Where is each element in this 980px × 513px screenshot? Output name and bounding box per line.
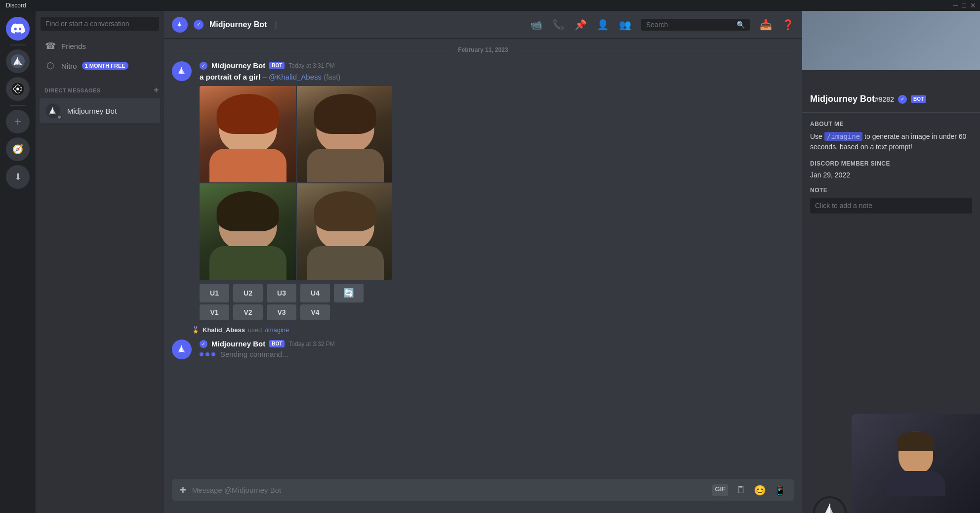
v2-button[interactable]: V2 [233, 304, 263, 320]
message-author-2: Midjourney Bot [211, 340, 265, 348]
sticker-icon[interactable]: 🗒 [736, 484, 746, 496]
sidebar-friends-item[interactable]: ☎ Friends [40, 37, 160, 55]
window-bar: Discord ─ □ ✕ [0, 0, 980, 11]
dm-midjourney-avatar [44, 102, 61, 119]
upload-icon[interactable]: + [180, 484, 186, 497]
app-icon[interactable]: 📱 [774, 484, 786, 496]
profile-banner [802, 11, 980, 70]
topbar-bot-avatar [172, 17, 188, 33]
u1-button[interactable]: U1 [200, 284, 229, 302]
chat-area: February 11, 2023 ✓ Midjourney Bot [164, 39, 802, 479]
videocall-icon[interactable]: 📹 [530, 19, 542, 31]
message-bot-badge-1: BOT [269, 62, 285, 69]
sending-indicator: Sending command... [200, 350, 794, 358]
refresh-button[interactable]: 🔄 [334, 284, 364, 302]
add-server-button[interactable]: + [6, 110, 30, 133]
message-author-1: Midjourney Bot [211, 61, 265, 70]
portrait-4 [297, 183, 392, 280]
message-group-1: ✓ Midjourney Bot BOT Today at 3:31 PM a … [164, 57, 802, 324]
used-cmd-user: Khalid_Abess [203, 326, 245, 334]
minimize-button[interactable]: ─ [953, 1, 958, 9]
action-buttons-row1: U1 U2 U3 U4 🔄 [200, 284, 794, 302]
note-input[interactable]: Click to add a note [810, 198, 972, 214]
add-member-icon[interactable]: 👤 [597, 19, 609, 31]
topbar-search[interactable]: Search 🔍 [641, 19, 750, 31]
profile-name-row: Midjourney Bot#9282 ✓ BOT [810, 94, 972, 104]
note-title: NOTE [810, 187, 972, 194]
sending-text: Sending command... [220, 350, 288, 358]
call-icon[interactable]: 📞 [552, 19, 565, 31]
msg-verified-icon: ✓ [200, 62, 207, 70]
u3-button[interactable]: U3 [267, 284, 296, 302]
download-apps-button[interactable]: ⬇ [6, 165, 30, 189]
v3-button[interactable]: V3 [267, 304, 296, 320]
nitro-badge: 1 MONTH FREE [82, 62, 128, 70]
dot-2 [205, 352, 209, 356]
u2-button[interactable]: U2 [233, 284, 263, 302]
pin-icon[interactable]: 📌 [574, 19, 587, 31]
topbar-divider: | [275, 20, 277, 29]
v4-button[interactable]: V4 [300, 304, 330, 320]
emoji-icon[interactable]: 😊 [754, 484, 766, 496]
friends-icon: ☎ [44, 41, 56, 51]
add-dm-button[interactable]: + [154, 85, 159, 95]
hair-3 [216, 191, 279, 232]
message-text-1: a portrait of a girl – @Khalid_Abess (fa… [200, 72, 794, 82]
body-4 [307, 246, 384, 280]
profile-name: Midjourney Bot#9282 [810, 94, 894, 104]
profile-discriminator: #9282 [875, 95, 894, 103]
message-header-1: ✓ Midjourney Bot BOT Today at 3:31 PM [200, 61, 794, 70]
sidebar-search-area [36, 11, 164, 37]
body-2 [307, 149, 384, 182]
svg-point-3 [16, 87, 19, 90]
image-cell-1[interactable] [200, 86, 296, 182]
image-cell-3[interactable] [200, 183, 296, 280]
server-list-divider [10, 44, 26, 45]
message-suffix: (fast) [324, 73, 340, 81]
body-1 [209, 149, 286, 182]
topbar-icons: 📹 📞 📌 👤 👥 Search 🔍 📥 ❓ [530, 19, 794, 31]
window-title: Discord [4, 2, 26, 9]
dm-midjourney[interactable]: Midjourney Bot [40, 98, 160, 123]
used-command-line: 🎖️ Khalid_Abess used /imagine [164, 324, 802, 336]
profile-info: Midjourney Bot#9282 ✓ BOT [802, 70, 980, 113]
message-mention: @Khalid_Abess [269, 73, 322, 81]
server-sailboat[interactable] [6, 49, 30, 73]
v1-button[interactable]: V1 [200, 304, 229, 320]
image-cell-2[interactable] [297, 86, 392, 182]
discord-home-button[interactable] [6, 17, 30, 41]
message-avatar-1 [172, 61, 192, 81]
topbar-bot-name: Midjourney Bot [209, 20, 267, 29]
input-icons: GIF 🗒 😊 📱 [712, 484, 786, 496]
image-cell-4[interactable] [297, 183, 392, 280]
dm-midjourney-name: Midjourney Bot [67, 107, 117, 115]
profile-bot-badge: BOT [911, 95, 926, 103]
right-panel: Midjourney Bot#9282 ✓ BOT ABOUT ME Use /… [802, 11, 980, 513]
find-conversation-input[interactable] [41, 17, 159, 31]
used-cmd-command[interactable]: /imagine [265, 326, 289, 334]
msg-verified-icon-2: ✓ [200, 340, 207, 348]
maximize-button[interactable]: □ [962, 1, 966, 9]
profile-verified-icon: ✓ [898, 95, 907, 104]
about-command: /imagine [824, 132, 862, 141]
search-icon: 🔍 [736, 21, 745, 29]
inbox-icon[interactable]: 📥 [760, 19, 772, 31]
used-cmd-text: used [248, 326, 262, 334]
portrait-3 [200, 183, 296, 280]
explore-servers-button[interactable]: 🧭 [6, 137, 30, 161]
sidebar-friends-label: Friends [61, 42, 86, 50]
close-button[interactable]: ✕ [970, 1, 976, 9]
help-icon[interactable]: ❓ [782, 19, 794, 31]
portrait-2 [297, 86, 392, 182]
sidebar-nitro-item[interactable]: ⬡ Nitro 1 MONTH FREE [40, 56, 160, 75]
u4-button[interactable]: U4 [300, 284, 330, 302]
member-since-title: DISCORD MEMBER SINCE [810, 160, 972, 167]
message-input[interactable] [192, 479, 706, 501]
note-placeholder: Click to add a note [815, 202, 872, 210]
gif-icon[interactable]: GIF [712, 484, 728, 496]
chat-input-wrapper: + GIF 🗒 😊 📱 [172, 479, 794, 501]
members-icon[interactable]: 👥 [619, 19, 631, 31]
main-content: ✓ Midjourney Bot | 📹 📞 📌 👤 👥 Search 🔍 📥 … [164, 11, 802, 513]
server-openai[interactable] [6, 77, 30, 101]
dm-status-dot [57, 115, 62, 120]
